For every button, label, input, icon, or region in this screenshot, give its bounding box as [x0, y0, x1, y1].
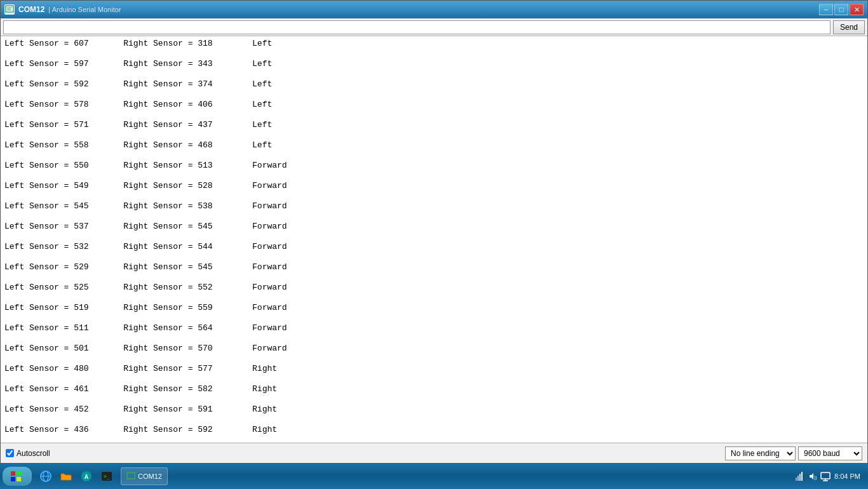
output-line: Left Sensor = 511 Right Sensor = 564 For…: [4, 318, 864, 338]
svg-rect-19: [801, 472, 803, 481]
taskbar-right: )) 8:04 PM: [795, 471, 865, 481]
taskbar-icons: A >_: [33, 467, 119, 485]
status-bar-right: No line endingNewlineCarriage returnBoth…: [725, 446, 862, 460]
serial-input[interactable]: [3, 20, 831, 34]
com-window: COM12 | Arduino Serial Monitor ─ □ ✕ Sen…: [0, 0, 868, 464]
minimize-button[interactable]: ─: [819, 4, 833, 15]
status-bar: Autoscroll No line endingNewlineCarriage…: [1, 443, 867, 463]
send-button[interactable]: Send: [833, 20, 865, 34]
taskbar-icon-folder[interactable]: [57, 467, 75, 485]
close-button[interactable]: ✕: [850, 4, 864, 15]
svg-text:A: A: [85, 474, 88, 481]
svg-rect-16: [796, 478, 797, 481]
app-icon: [4, 4, 15, 15]
autoscroll-label[interactable]: Autoscroll: [17, 449, 50, 458]
clock: 8:04 PM: [834, 472, 860, 481]
tray-icon-volume[interactable]: )): [808, 471, 818, 481]
taskbar-app-label: COM12: [138, 472, 162, 480]
output-line: Left Sensor = 537 Right Sensor = 545 For…: [4, 217, 864, 237]
svg-rect-18: [799, 474, 801, 481]
svg-text:>_: >_: [104, 474, 110, 479]
output-line: Left Sensor = 501 Right Sensor = 570 For…: [4, 338, 864, 359]
svg-text:)): )): [814, 475, 817, 480]
svg-rect-17: [797, 476, 799, 481]
svg-rect-5: [17, 471, 21, 476]
svg-rect-4: [11, 471, 15, 476]
taskbar-icon-terminal[interactable]: >_: [98, 467, 116, 485]
title-bar-left: COM12 | Arduino Serial Monitor: [4, 4, 121, 15]
svg-marker-20: [810, 473, 813, 479]
output-line: Left Sensor = 525 Right Sensor = 552 For…: [4, 278, 864, 298]
maximize-button[interactable]: □: [834, 4, 848, 15]
title-bar: COM12 | Arduino Serial Monitor ─ □ ✕: [1, 1, 867, 18]
svg-rect-6: [11, 477, 15, 481]
taskbar-app-item[interactable]: COM12: [121, 467, 168, 485]
output-line: Left Sensor = 592 Right Sensor = 374 Lef…: [4, 74, 864, 95]
output-line: Left Sensor = 452 Right Sensor = 591 Rig…: [4, 399, 864, 420]
output-line: Left Sensor = 532 Right Sensor = 544 For…: [4, 237, 864, 257]
system-tray: )): [795, 471, 831, 481]
tray-icon-network[interactable]: [795, 471, 805, 481]
line-ending-select[interactable]: No line endingNewlineCarriage returnBoth…: [725, 446, 796, 460]
output-line: Left Sensor = 578 Right Sensor = 406 Lef…: [4, 95, 864, 115]
svg-rect-7: [17, 477, 21, 481]
baud-rate-select[interactable]: 300 baud1200 baud2400 baud4800 baud9600 …: [798, 446, 862, 460]
output-area[interactable]: Left Sensor = 607 Right Sensor = 318 Lef…: [1, 36, 867, 443]
output-line: Left Sensor = 571 Right Sensor = 437 Lef…: [4, 115, 864, 135]
start-button[interactable]: [3, 467, 32, 486]
output-line: Left Sensor = 597 Right Sensor = 343 Lef…: [4, 54, 864, 74]
output-line: Left Sensor = 550 Right Sensor = 513 For…: [4, 156, 864, 176]
autoscroll-checkbox[interactable]: [6, 449, 14, 457]
taskbar-icon-browser[interactable]: [37, 467, 55, 485]
output-line: Left Sensor = 558 Right Sensor = 468 Lef…: [4, 135, 864, 156]
svg-rect-15: [127, 472, 135, 479]
window-controls: ─ □ ✕: [819, 4, 864, 15]
tray-icon-display[interactable]: [820, 471, 831, 481]
output-line: Left Sensor = 607 Right Sensor = 318 Lef…: [4, 36, 864, 54]
output-line: Left Sensor = 480 Right Sensor = 577 Rig…: [4, 359, 864, 379]
taskbar: A >_ COM12: [0, 464, 868, 489]
output-line: Left Sensor = 461 Right Sensor = 582 Rig…: [4, 379, 864, 399]
autoscroll-container: Autoscroll: [6, 449, 50, 458]
window-subtitle: | Arduino Serial Monitor: [48, 6, 121, 13]
output-line: Left Sensor = 436 Right Sensor = 592 Rig…: [4, 420, 864, 440]
output-line: Left Sensor = 545 Right Sensor = 538 For…: [4, 196, 864, 217]
taskbar-icon-arduino[interactable]: A: [78, 467, 95, 485]
svg-rect-22: [821, 472, 830, 479]
window-title: COM12: [18, 5, 44, 14]
output-line: Left Sensor = 519 Right Sensor = 559 For…: [4, 298, 864, 318]
output-line: Left Sensor = 549 Right Sensor = 528 For…: [4, 176, 864, 196]
output-line: Left Sensor = 529 Right Sensor = 545 For…: [4, 257, 864, 278]
toolbar: Send: [1, 18, 867, 36]
